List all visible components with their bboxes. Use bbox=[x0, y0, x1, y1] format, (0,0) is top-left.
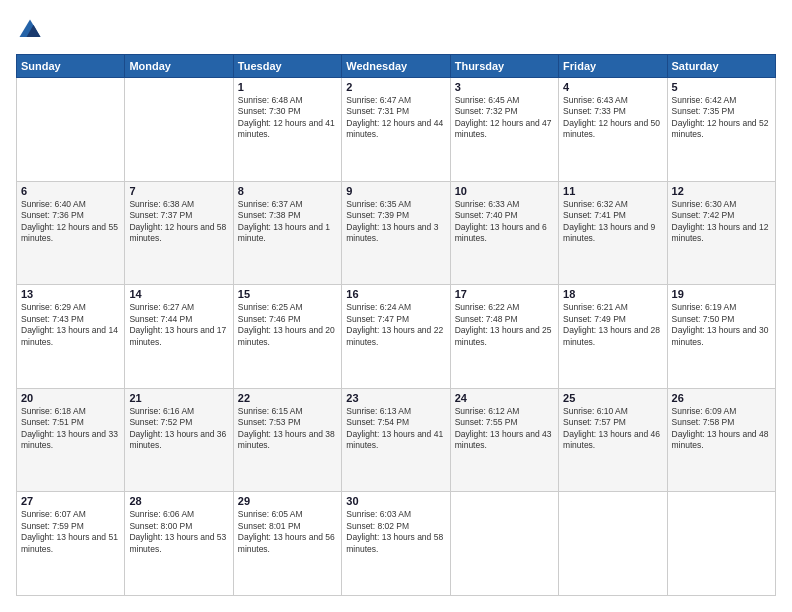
sunset-text: Sunset: 7:32 PM bbox=[455, 106, 554, 117]
weekday-header-thursday: Thursday bbox=[450, 55, 558, 78]
daylight-text: Daylight: 13 hours and 58 minutes. bbox=[346, 532, 445, 555]
day-number: 7 bbox=[129, 185, 228, 197]
day-number: 5 bbox=[672, 81, 771, 93]
sunrise-text: Sunrise: 6:15 AM bbox=[238, 406, 337, 417]
daylight-text: Daylight: 12 hours and 52 minutes. bbox=[672, 118, 771, 141]
sunset-text: Sunset: 7:43 PM bbox=[21, 314, 120, 325]
daylight-text: Daylight: 13 hours and 28 minutes. bbox=[563, 325, 662, 348]
calendar-body: 1Sunrise: 6:48 AMSunset: 7:30 PMDaylight… bbox=[17, 78, 776, 596]
sunset-text: Sunset: 7:42 PM bbox=[672, 210, 771, 221]
day-number: 18 bbox=[563, 288, 662, 300]
sunrise-text: Sunrise: 6:32 AM bbox=[563, 199, 662, 210]
daylight-text: Daylight: 13 hours and 51 minutes. bbox=[21, 532, 120, 555]
calendar-cell: 14Sunrise: 6:27 AMSunset: 7:44 PMDayligh… bbox=[125, 285, 233, 389]
weekday-header-friday: Friday bbox=[559, 55, 667, 78]
day-number: 25 bbox=[563, 392, 662, 404]
day-number: 17 bbox=[455, 288, 554, 300]
header bbox=[16, 16, 776, 44]
calendar-cell bbox=[559, 492, 667, 596]
calendar-week-row: 27Sunrise: 6:07 AMSunset: 7:59 PMDayligh… bbox=[17, 492, 776, 596]
calendar-cell: 1Sunrise: 6:48 AMSunset: 7:30 PMDaylight… bbox=[233, 78, 341, 182]
daylight-text: Daylight: 13 hours and 12 minutes. bbox=[672, 222, 771, 245]
daylight-text: Daylight: 13 hours and 38 minutes. bbox=[238, 429, 337, 452]
daylight-text: Daylight: 13 hours and 30 minutes. bbox=[672, 325, 771, 348]
calendar-cell bbox=[667, 492, 775, 596]
day-number: 12 bbox=[672, 185, 771, 197]
day-number: 4 bbox=[563, 81, 662, 93]
daylight-text: Daylight: 13 hours and 46 minutes. bbox=[563, 429, 662, 452]
calendar-cell: 3Sunrise: 6:45 AMSunset: 7:32 PMDaylight… bbox=[450, 78, 558, 182]
day-number: 6 bbox=[21, 185, 120, 197]
sunset-text: Sunset: 7:46 PM bbox=[238, 314, 337, 325]
day-number: 8 bbox=[238, 185, 337, 197]
sunrise-text: Sunrise: 6:12 AM bbox=[455, 406, 554, 417]
sunset-text: Sunset: 7:55 PM bbox=[455, 417, 554, 428]
day-number: 22 bbox=[238, 392, 337, 404]
logo bbox=[16, 16, 48, 44]
daylight-text: Daylight: 13 hours and 41 minutes. bbox=[346, 429, 445, 452]
sunrise-text: Sunrise: 6:10 AM bbox=[563, 406, 662, 417]
calendar-table: SundayMondayTuesdayWednesdayThursdayFrid… bbox=[16, 54, 776, 596]
calendar-cell: 13Sunrise: 6:29 AMSunset: 7:43 PMDayligh… bbox=[17, 285, 125, 389]
sunrise-text: Sunrise: 6:24 AM bbox=[346, 302, 445, 313]
daylight-text: Daylight: 13 hours and 56 minutes. bbox=[238, 532, 337, 555]
day-number: 20 bbox=[21, 392, 120, 404]
calendar-cell: 30Sunrise: 6:03 AMSunset: 8:02 PMDayligh… bbox=[342, 492, 450, 596]
sunrise-text: Sunrise: 6:37 AM bbox=[238, 199, 337, 210]
sunset-text: Sunset: 7:59 PM bbox=[21, 521, 120, 532]
sunset-text: Sunset: 7:36 PM bbox=[21, 210, 120, 221]
day-number: 15 bbox=[238, 288, 337, 300]
calendar-cell: 15Sunrise: 6:25 AMSunset: 7:46 PMDayligh… bbox=[233, 285, 341, 389]
day-number: 30 bbox=[346, 495, 445, 507]
day-number: 16 bbox=[346, 288, 445, 300]
daylight-text: Daylight: 13 hours and 53 minutes. bbox=[129, 532, 228, 555]
sunrise-text: Sunrise: 6:06 AM bbox=[129, 509, 228, 520]
sunrise-text: Sunrise: 6:03 AM bbox=[346, 509, 445, 520]
sunset-text: Sunset: 7:44 PM bbox=[129, 314, 228, 325]
calendar-cell: 26Sunrise: 6:09 AMSunset: 7:58 PMDayligh… bbox=[667, 388, 775, 492]
sunset-text: Sunset: 7:49 PM bbox=[563, 314, 662, 325]
sunset-text: Sunset: 7:54 PM bbox=[346, 417, 445, 428]
calendar-header: SundayMondayTuesdayWednesdayThursdayFrid… bbox=[17, 55, 776, 78]
sunrise-text: Sunrise: 6:35 AM bbox=[346, 199, 445, 210]
calendar-week-row: 13Sunrise: 6:29 AMSunset: 7:43 PMDayligh… bbox=[17, 285, 776, 389]
sunrise-text: Sunrise: 6:21 AM bbox=[563, 302, 662, 313]
sunset-text: Sunset: 8:02 PM bbox=[346, 521, 445, 532]
calendar-week-row: 1Sunrise: 6:48 AMSunset: 7:30 PMDaylight… bbox=[17, 78, 776, 182]
sunset-text: Sunset: 7:35 PM bbox=[672, 106, 771, 117]
sunrise-text: Sunrise: 6:47 AM bbox=[346, 95, 445, 106]
day-number: 29 bbox=[238, 495, 337, 507]
sunrise-text: Sunrise: 6:05 AM bbox=[238, 509, 337, 520]
calendar-cell: 12Sunrise: 6:30 AMSunset: 7:42 PMDayligh… bbox=[667, 181, 775, 285]
sunrise-text: Sunrise: 6:42 AM bbox=[672, 95, 771, 106]
day-number: 14 bbox=[129, 288, 228, 300]
calendar-cell: 8Sunrise: 6:37 AMSunset: 7:38 PMDaylight… bbox=[233, 181, 341, 285]
sunrise-text: Sunrise: 6:30 AM bbox=[672, 199, 771, 210]
sunset-text: Sunset: 7:38 PM bbox=[238, 210, 337, 221]
sunset-text: Sunset: 7:37 PM bbox=[129, 210, 228, 221]
daylight-text: Daylight: 12 hours and 58 minutes. bbox=[129, 222, 228, 245]
sunset-text: Sunset: 8:00 PM bbox=[129, 521, 228, 532]
sunrise-text: Sunrise: 6:45 AM bbox=[455, 95, 554, 106]
calendar-cell: 20Sunrise: 6:18 AMSunset: 7:51 PMDayligh… bbox=[17, 388, 125, 492]
sunrise-text: Sunrise: 6:22 AM bbox=[455, 302, 554, 313]
daylight-text: Daylight: 12 hours and 41 minutes. bbox=[238, 118, 337, 141]
sunrise-text: Sunrise: 6:48 AM bbox=[238, 95, 337, 106]
sunrise-text: Sunrise: 6:19 AM bbox=[672, 302, 771, 313]
sunset-text: Sunset: 7:53 PM bbox=[238, 417, 337, 428]
sunrise-text: Sunrise: 6:27 AM bbox=[129, 302, 228, 313]
day-number: 11 bbox=[563, 185, 662, 197]
sunrise-text: Sunrise: 6:18 AM bbox=[21, 406, 120, 417]
day-number: 19 bbox=[672, 288, 771, 300]
day-number: 3 bbox=[455, 81, 554, 93]
day-number: 13 bbox=[21, 288, 120, 300]
page: SundayMondayTuesdayWednesdayThursdayFrid… bbox=[0, 0, 792, 612]
sunset-text: Sunset: 7:50 PM bbox=[672, 314, 771, 325]
calendar-cell: 19Sunrise: 6:19 AMSunset: 7:50 PMDayligh… bbox=[667, 285, 775, 389]
sunset-text: Sunset: 7:57 PM bbox=[563, 417, 662, 428]
sunset-text: Sunset: 7:58 PM bbox=[672, 417, 771, 428]
calendar-cell: 2Sunrise: 6:47 AMSunset: 7:31 PMDaylight… bbox=[342, 78, 450, 182]
sunset-text: Sunset: 7:48 PM bbox=[455, 314, 554, 325]
day-number: 9 bbox=[346, 185, 445, 197]
calendar-cell: 5Sunrise: 6:42 AMSunset: 7:35 PMDaylight… bbox=[667, 78, 775, 182]
